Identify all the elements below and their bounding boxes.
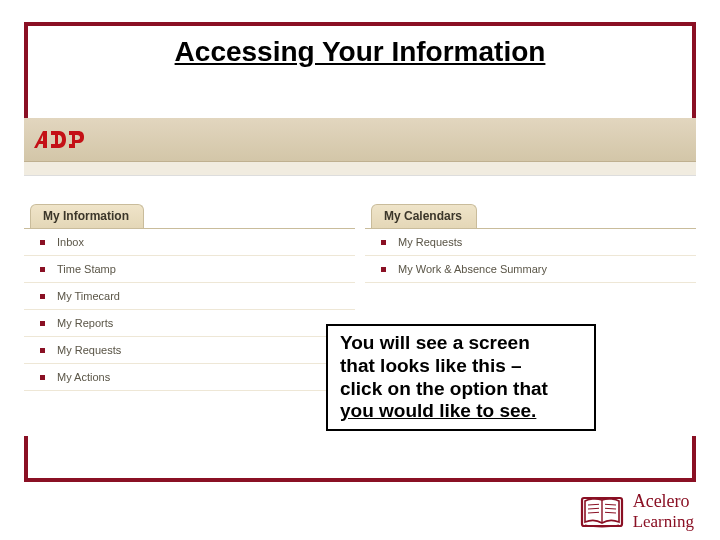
- list-item[interactable]: My Actions: [24, 364, 355, 391]
- bullet-icon: [40, 240, 45, 245]
- list-item[interactable]: My Work & Absence Summary: [365, 256, 696, 283]
- bullet-icon: [40, 348, 45, 353]
- page-title: Accessing Your Information: [28, 36, 692, 68]
- bullet-icon: [40, 267, 45, 272]
- bullet-icon: [40, 294, 45, 299]
- svg-line-5: [605, 504, 616, 505]
- list-item[interactable]: Time Stamp: [24, 256, 355, 283]
- list-item[interactable]: Inbox: [24, 229, 355, 256]
- list-item-label: My Work & Absence Summary: [398, 263, 547, 275]
- book-icon: [579, 492, 625, 532]
- panel-my-calendars: My Calendars My Requests My Work & Absen…: [365, 204, 696, 283]
- slide-frame: Accessing Your Information My Informatio…: [24, 22, 696, 482]
- list-item-label: My Requests: [57, 344, 121, 356]
- svg-line-2: [588, 504, 599, 505]
- list-item-label: My Timecard: [57, 290, 120, 302]
- svg-line-6: [605, 508, 616, 509]
- adp-header-bar: [24, 118, 696, 162]
- list-item-label: My Actions: [57, 371, 110, 383]
- bullet-icon: [40, 321, 45, 326]
- panel-my-information: My Information Inbox Time Stamp My Timec…: [24, 204, 355, 391]
- list-item-label: Inbox: [57, 236, 84, 248]
- panel-header-my-calendars: My Calendars: [371, 204, 477, 228]
- list-item-label: Time Stamp: [57, 263, 116, 275]
- adp-tabstrip: [24, 162, 696, 176]
- list-item[interactable]: My Requests: [365, 229, 696, 256]
- footer-brand-text: Acelero Learning: [633, 491, 694, 532]
- acelero-learning-logo: Acelero Learning: [579, 491, 694, 532]
- callout-line: You will see a screen: [340, 332, 530, 353]
- panel-header-my-information: My Information: [30, 204, 144, 228]
- callout-line: click on the option that: [340, 378, 548, 399]
- instruction-callout: You will see a screen that looks like th…: [326, 324, 596, 431]
- list-item[interactable]: My Timecard: [24, 283, 355, 310]
- list-item-label: My Reports: [57, 317, 113, 329]
- bullet-icon: [381, 240, 386, 245]
- adp-logo: [32, 128, 88, 152]
- list-item-label: My Requests: [398, 236, 462, 248]
- callout-line: you would like to see.: [340, 400, 536, 421]
- svg-line-7: [605, 512, 616, 513]
- bullet-icon: [40, 375, 45, 380]
- svg-line-4: [588, 512, 599, 513]
- footer-brand-line1: Acelero: [633, 491, 694, 512]
- list-item[interactable]: My Reports: [24, 310, 355, 337]
- list-item[interactable]: My Requests: [24, 337, 355, 364]
- footer-brand-line2: Learning: [633, 512, 694, 532]
- bullet-icon: [381, 267, 386, 272]
- callout-line: that looks like this –: [340, 355, 522, 376]
- svg-line-3: [588, 508, 599, 509]
